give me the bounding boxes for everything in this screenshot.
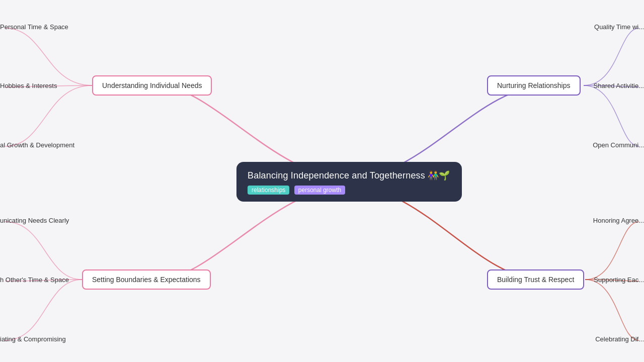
center-node[interactable]: Balancing Independence and Togetherness … [236,162,462,202]
tag-relationships[interactable]: relationships [248,186,289,195]
leaf-communicating-needs: unicating Needs Clearly [0,217,69,224]
branch-setting-boundaries[interactable]: Setting Boundaries & Expectations [82,269,211,290]
leaf-quality-time: Quality Time wi... [594,23,644,31]
tag-personal-growth[interactable]: personal growth [294,186,345,195]
branch-building-trust[interactable]: Building Trust & Respect [487,269,584,290]
branch-nurturing-relationships[interactable]: Nurturing Relationships [487,75,581,96]
leaf-respecting-time-space: h Other's Time & Space [0,276,69,284]
leaf-open-communication: Open Communi... [593,141,644,149]
leaf-hobbies-interests: Hobbies & Interests [0,82,57,89]
center-node-title: Balancing Independence and Togetherness … [248,170,451,181]
leaf-negotiating-compromising: iating & Compromising [0,335,66,343]
leaf-personal-growth: al Growth & Development [0,141,74,149]
leaf-personal-time-space: Personal Time & Space [0,23,68,31]
leaf-honoring-agreements: Honoring Agree... [593,217,644,224]
center-node-tags: relationships personal growth [248,185,451,195]
leaf-supporting-each-other: Supporting Eac... [594,276,644,284]
branch-understanding-individual-needs[interactable]: Understanding Individual Needs [92,75,212,96]
leaf-shared-activities: Shared Activitie... [594,82,644,89]
leaf-celebrating-differences: Celebrating Dif... [595,335,644,343]
